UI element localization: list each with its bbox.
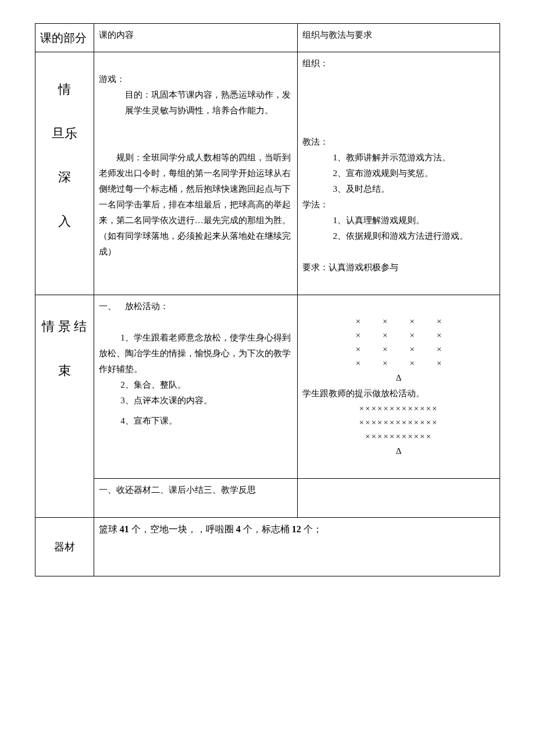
- equipment-text: 篮球: [99, 524, 120, 534]
- content-game: 游戏： 目的：巩固本节课内容，熟悉运球动作，发展学生灵敏与协调性，培养合作能力。…: [94, 52, 297, 295]
- method-game: 组织： 教法： 1、教师讲解并示范游戏方法。 2、宣布游戏规则与奖惩。 3、及时…: [297, 52, 500, 295]
- learn-label: 学法：: [302, 197, 495, 213]
- formation-line: ×××××××××××: [302, 429, 495, 443]
- equipment-text: 个，空地一块，，呼啦圈: [129, 524, 236, 534]
- method-ending: ×××× ×××× ×××× ×××× Δ 学生跟教师的提示做放松活动。 ×××…: [297, 295, 500, 479]
- after-text: 一、收还器材二、课后小结三、教学反思: [99, 482, 293, 498]
- game-label: 游戏：: [99, 71, 293, 87]
- section-label-1: 情 旦乐 深 入: [35, 52, 94, 295]
- row-game: 情 旦乐 深 入 游戏： 目的：巩固本节课内容，熟悉运球动作，发展学生灵敏与协调…: [35, 52, 500, 295]
- purpose-label: 目的：: [125, 90, 151, 99]
- teach-item: 3、及时总结。: [302, 181, 495, 197]
- formation-row: ××××: [302, 342, 495, 356]
- formation-row: ××××: [302, 356, 495, 370]
- equipment-content: 篮球 41 个，空地一块，，呼啦圈 4 个，标志桶 12 个；: [94, 518, 500, 576]
- req-label: 要求：: [302, 263, 329, 272]
- equipment-num: 4: [236, 524, 241, 534]
- header-row: 课的部分 课的内容 组织与教法与要求: [35, 24, 500, 52]
- requirement: 要求：认真游戏积极参与: [302, 260, 495, 275]
- section-char: 情: [58, 78, 71, 101]
- equipment-text: 个，标志桶: [241, 524, 292, 534]
- teach-label: 教法：: [302, 134, 495, 150]
- equipment-text: 个；: [301, 524, 322, 534]
- formation-line: ×××××××××××××: [302, 402, 495, 415]
- rule-label: 规则：: [99, 153, 142, 162]
- relax-item: 3、点评本次课的内容。: [99, 393, 293, 409]
- rule-block: 规则：全班同学分成人数相等的四组，当听到老师发出口令时，每组的第一名同学开始运球…: [99, 150, 293, 260]
- row-ending: 情 景 结 束 一、 放松活动： 1、学生跟着老师意念放松，使学生身心得到放松、…: [35, 295, 500, 479]
- teacher-mark: Δ: [302, 370, 495, 386]
- section-char: 旦乐: [52, 122, 77, 145]
- teach-item: 1、教师讲解并示范游戏方法。: [302, 150, 495, 166]
- content-ending: 一、 放松活动： 1、学生跟着老师意念放松，使学生身心得到放松、陶冶学生的情操，…: [94, 295, 297, 479]
- lesson-plan-table: 课的部分 课的内容 组织与教法与要求 情 旦乐 深 入 游戏： 目的：巩固本节课…: [35, 23, 500, 576]
- equipment-num: 12: [292, 524, 301, 534]
- header-content: 课的内容: [94, 24, 297, 52]
- lesson-plan-page: 课的部分 课的内容 组织与教法与要求 情 旦乐 深 入 游戏： 目的：巩固本节课…: [35, 23, 500, 576]
- teach-item: 2、宣布游戏规则与奖惩。: [302, 166, 495, 181]
- formation-row: ××××: [302, 314, 495, 328]
- equipment-label: 器材: [40, 521, 89, 572]
- formation-row: ××××: [302, 328, 495, 342]
- header-section: 课的部分: [35, 24, 94, 52]
- header-method: 组织与教法与要求: [297, 24, 500, 52]
- row-equipment: 器材 篮球 41 个，空地一块，，呼啦圈 4 个，标志桶 12 个；: [35, 518, 500, 576]
- teacher-mark: Δ: [302, 443, 495, 459]
- relax-item: 2、集合、整队。: [99, 377, 293, 393]
- section-char: 入: [58, 210, 71, 233]
- section-char: 深: [58, 166, 71, 189]
- learn-item: 1、认真理解游戏规则。: [302, 213, 495, 228]
- learn-item: 2、依据规则和游戏方法进行游戏。: [302, 228, 495, 244]
- section-char: 情 景 结: [42, 315, 87, 338]
- section-label-equipment: 器材: [35, 518, 94, 576]
- relax-item: 4、宣布下课。: [99, 413, 293, 429]
- formation-line: ×××××××××××××: [302, 415, 495, 429]
- rule-text: 全班同学分成人数相等的四组，当听到老师发出口令时，每组的第一名同学开始运球从右侧…: [99, 153, 291, 256]
- relax-item: 1、学生跟着老师意念放松，使学生身心得到放松、陶冶学生的情操，愉悦身心，为下次的…: [99, 330, 293, 377]
- relax-label: 一、 放松活动：: [99, 299, 293, 314]
- content-after: 一、收还器材二、课后小结三、教学反思: [94, 479, 297, 518]
- section-label-2: 情 景 结 束: [35, 295, 94, 518]
- row-after: 一、收还器材二、课后小结三、教学反思: [35, 479, 500, 518]
- follow-text: 学生跟教师的提示做放松活动。: [302, 386, 495, 402]
- org-label: 组织：: [302, 56, 495, 71]
- equipment-num: 41: [120, 524, 129, 534]
- method-after-empty: [297, 479, 500, 518]
- section-char: 束: [58, 359, 71, 382]
- req-text: 认真游戏积极参与: [329, 263, 398, 272]
- purpose-block: 目的：巩固本节课内容，熟悉运球动作，发展学生灵敏与协调性，培养合作能力。: [99, 87, 293, 119]
